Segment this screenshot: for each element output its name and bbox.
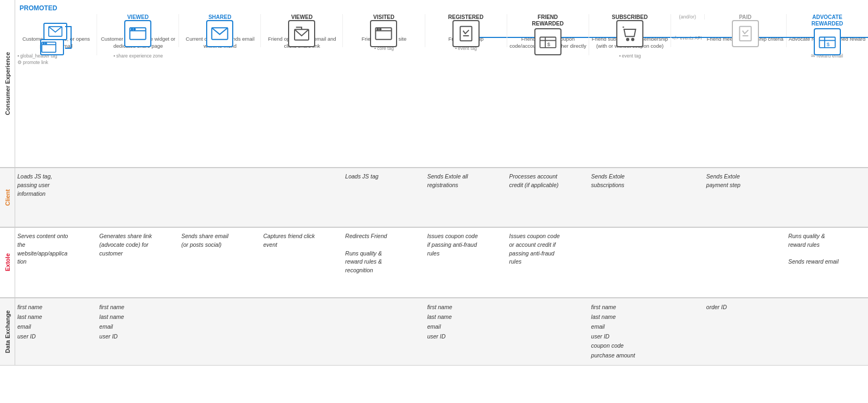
extole-col-11: Runs quality &reward rulesSends reward e… (786, 232, 868, 293)
stage-label-viewed2: VIEWED (291, 14, 312, 20)
data-col-8: first namelast nameemailuser IDcoupon co… (589, 303, 671, 361)
data-col-5 (343, 303, 425, 361)
client-row: Client Loads JS tag,passing userinformat… (0, 168, 868, 228)
data-col-11 (786, 303, 868, 361)
client-text-10: Sends Extolepayment step (706, 172, 784, 190)
data-content: first namelast nameemailuser ID first na… (15, 298, 868, 365)
stage-icon-promoted (40, 23, 72, 55)
extole-col-9 (671, 232, 704, 293)
svg-point-14 (380, 29, 381, 30)
extole-text-11: Runs quality &reward rulesSends reward e… (788, 232, 866, 266)
svg-text:$: $ (547, 42, 550, 48)
stage-label-subscribed: SUBSCRIBED (612, 14, 648, 20)
extole-col-10 (704, 232, 786, 293)
client-col-8: Sends Extolesubscriptions (589, 172, 671, 222)
data-text-6: first namelast nameemailuser ID (427, 303, 505, 341)
stage-icon-friend-rewarded: $ (534, 28, 561, 55)
stage-promoted (15, 14, 97, 55)
extole-col-4: Captures friend clickevent (261, 232, 343, 293)
extole-text-6: Issues coupon codeif passing anti-fraudr… (427, 232, 505, 258)
extole-col-2: Generates share link(advocate code) forc… (97, 232, 179, 293)
extole-col-8 (589, 232, 671, 293)
extole-text-2: Generates share link(advocate code) forc… (99, 232, 177, 258)
consumer-row-label: Consumer Experience (2, 52, 14, 115)
data-col-2: first namelast nameemailuser ID (97, 303, 179, 361)
client-col-6: Sends Extole allregistrations (425, 172, 507, 222)
svg-point-13 (377, 29, 379, 30)
stage-paid: PAID (705, 14, 787, 47)
stage-label-registered: REGISTERED (448, 14, 483, 20)
stage-label-friend-rewarded: FRIENDREWARDED (532, 14, 564, 27)
stage-viewed: VIEWED (97, 14, 179, 47)
timeline-icons: VIEWED SHARED (15, 12, 868, 57)
extole-col-3: Sends share email(or posts social) (179, 232, 261, 293)
client-col-3 (179, 172, 261, 222)
stage-shared: SHARED (179, 14, 261, 47)
stage-subscribed: SUBSCRIBED (589, 14, 671, 47)
data-col-10: order ID (704, 303, 786, 361)
data-text-8: first namelast nameemailuser IDcoupon co… (591, 303, 669, 361)
svg-point-7 (131, 29, 133, 30)
client-text-1: Loads JS tag,passing userinformation (17, 172, 95, 198)
client-col-9 (671, 172, 704, 222)
data-col-3 (179, 303, 261, 361)
data-text-10: order ID (706, 303, 784, 312)
extole-row-label: Extole (2, 253, 14, 271)
svg-text:$: $ (827, 42, 830, 48)
stage-icon-advocate-rewarded: $ (814, 28, 841, 55)
svg-point-4 (46, 43, 47, 44)
data-row: Data Exchange first namelast nameemailus… (0, 298, 868, 366)
stage-icon-subscribed (616, 20, 643, 47)
stage-icon-viewed (124, 20, 151, 47)
extole-text-5: Redirects FriendRuns quality &reward rul… (345, 232, 423, 275)
stage-viewed2: VIEWED (261, 14, 343, 47)
client-col-2 (97, 172, 179, 222)
data-text-1: first namelast nameemailuser ID (17, 303, 95, 341)
client-row-label: Client (2, 189, 14, 206)
svg-point-21 (627, 39, 629, 41)
extole-content: Serves content ontothewebsite/app/applic… (15, 228, 868, 297)
extole-text-4: Captures friend clickevent (263, 232, 341, 250)
data-text-2: first namelast nameemailuser ID (99, 303, 177, 341)
consumer-label-col: Consumer Experience (0, 0, 15, 167)
stage-label-advocate-rewarded: ADVOCATEREWARDED (812, 14, 843, 27)
stage-icon-paid (732, 20, 759, 47)
stage-visited: VISITED (343, 14, 425, 47)
stage-icon-shared (206, 20, 233, 47)
client-label-col: Client (0, 168, 15, 227)
data-label-col: Data Exchange (0, 298, 15, 365)
client-text-6: Sends Extole allregistrations (427, 172, 505, 190)
stage-label-andor: (and/or) (679, 14, 697, 20)
svg-point-3 (43, 43, 44, 44)
client-text-8: Sends Extolesubscriptions (591, 172, 669, 190)
extole-col-5: Redirects FriendRuns quality &reward rul… (343, 232, 425, 293)
stage-icon-registered (452, 20, 480, 47)
promoted-label: PROMOTED (20, 4, 57, 12)
stage-label-visited: VISITED (373, 14, 394, 20)
data-col-6: first namelast nameemailuser ID (425, 303, 507, 361)
client-text-7: Processes accountcredit (if applicable) (509, 172, 586, 190)
data-row-label: Data Exchange (2, 310, 14, 353)
client-content: Loads JS tag,passing userinformation Loa… (15, 168, 868, 227)
stage-label-shared: SHARED (208, 14, 231, 20)
stage-label-paid: PAID (739, 14, 751, 20)
extole-text-7: Issues coupon codeor account credit ifpa… (509, 232, 586, 266)
data-col-9 (671, 303, 704, 361)
stage-registered: REGISTERED (425, 14, 507, 47)
extole-col-1: Serves content ontothewebsite/app/applic… (15, 232, 97, 293)
client-col-1: Loads JS tag,passing userinformation (15, 172, 97, 222)
stage-icon-visited (370, 20, 397, 47)
client-text-5: Loads JS tag (345, 172, 423, 181)
stage-icon-viewed2 (288, 20, 315, 47)
client-col-4 (261, 172, 343, 222)
extole-text-3: Sends share email(or posts social) (181, 232, 259, 250)
extole-text-1: Serves content ontothewebsite/app/applic… (17, 232, 95, 266)
stage-advocate-rewarded: ADVOCATEREWARDED $ (787, 14, 868, 55)
extole-row: Extole Serves content ontothewebsite/app… (0, 228, 868, 298)
data-col-1: first namelast nameemailuser ID (15, 303, 97, 361)
extole-col-6: Issues coupon codeif passing anti-fraudr… (425, 232, 507, 293)
extole-col-7: Issues coupon codeor account credit ifpa… (507, 232, 589, 293)
stage-friend-rewarded: FRIENDREWARDED $ (507, 14, 589, 55)
consumer-row: Consumer Experience PROMOTED (0, 0, 868, 168)
stage-andor: (and/or) (671, 14, 705, 20)
